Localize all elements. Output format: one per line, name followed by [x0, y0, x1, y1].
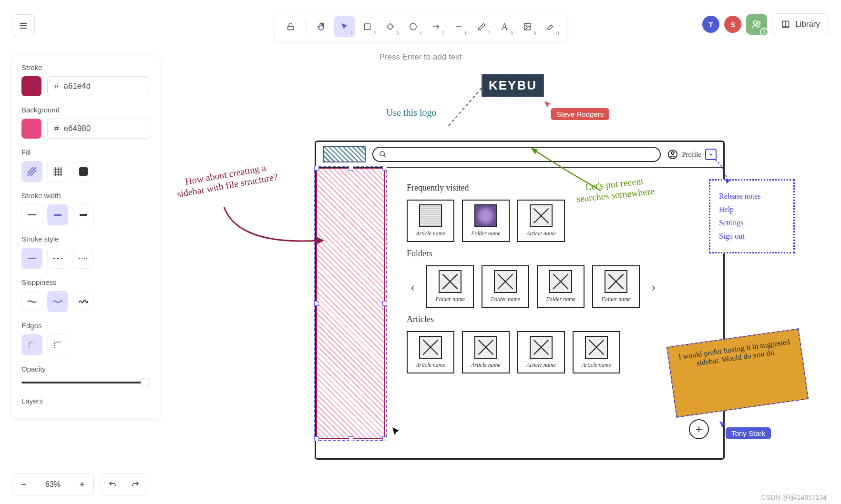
tool-shortcut: 8 — [511, 31, 513, 36]
redo-button[interactable] — [124, 474, 147, 495]
wireframe-search[interactable] — [372, 147, 661, 162]
svg-marker-28 — [531, 148, 538, 154]
stroke-thick[interactable] — [73, 204, 94, 225]
ellipse-tool[interactable]: 4 — [403, 16, 424, 37]
fill-cross[interactable] — [47, 161, 68, 182]
resize-handle[interactable] — [314, 436, 319, 441]
text-tool[interactable]: A8 — [494, 16, 515, 37]
resize-handle[interactable] — [314, 301, 319, 306]
edges-sharp[interactable] — [21, 334, 42, 355]
article-card[interactable]: Article name — [407, 331, 454, 373]
selection-tool[interactable]: 1 — [334, 16, 355, 37]
stroke-medium[interactable] — [47, 204, 68, 225]
eraser-tool[interactable]: 0 — [540, 16, 561, 37]
arrow-icon — [432, 22, 441, 31]
svg-point-26 — [671, 152, 674, 155]
profile-icon — [667, 149, 678, 160]
dropdown-item[interactable]: Release notes — [719, 192, 785, 201]
profile-dropdown[interactable]: Release notes Help Settings Sign out — [709, 179, 795, 253]
resize-handle[interactable] — [382, 436, 387, 441]
thumb — [530, 204, 553, 227]
background-swatch[interactable] — [21, 119, 41, 139]
wireframe-logo-placeholder[interactable] — [323, 146, 366, 162]
wave1-icon — [27, 299, 37, 304]
zoom-level[interactable]: 63% — [35, 474, 71, 495]
wireframe-profile[interactable]: Profile — [667, 149, 717, 160]
thin-icon — [28, 214, 36, 215]
resize-handle[interactable] — [314, 166, 319, 171]
collaborators-button[interactable]: 3 — [746, 14, 767, 35]
stroke-solid[interactable] — [21, 248, 42, 269]
annotation-sidebar-idea[interactable]: How about creating a sidebar with file s… — [171, 160, 282, 200]
image-tool[interactable]: 9 — [517, 16, 538, 37]
undo-button[interactable] — [101, 474, 124, 495]
stroke-thin[interactable] — [21, 204, 42, 225]
maroon-arrow — [219, 202, 329, 260]
resize-handle[interactable] — [349, 166, 353, 171]
slider-thumb[interactable] — [141, 378, 150, 387]
wireframe-window[interactable]: Profile Frequently visited Article name — [315, 141, 725, 460]
resize-handle[interactable] — [349, 436, 353, 441]
svg-point-10 — [754, 21, 757, 24]
rectangle-tool[interactable]: 2 — [357, 16, 378, 37]
stroke-hex-input[interactable]: #a61e4d — [47, 76, 150, 96]
tool-shortcut: 3 — [396, 31, 399, 36]
hash: # — [54, 81, 59, 91]
freq-card[interactable]: Folder name — [462, 200, 510, 242]
sloppy-artist[interactable] — [47, 291, 68, 312]
library-button[interactable]: Library — [772, 13, 829, 35]
background-hex-input[interactable]: #e64980 — [47, 119, 150, 139]
thick-icon — [80, 214, 87, 216]
arrow-tool[interactable]: 5 — [426, 16, 447, 37]
tool-shortcut: 7 — [488, 31, 491, 36]
stroke-dashed[interactable] — [47, 248, 68, 269]
article-card[interactable]: Article name — [573, 331, 620, 373]
opacity-slider[interactable] — [21, 378, 150, 387]
resize-handle[interactable] — [382, 301, 387, 306]
hand-tool[interactable] — [311, 16, 332, 37]
search-icon — [379, 151, 387, 158]
avatar-s[interactable]: S — [724, 16, 741, 33]
dropdown-item[interactable]: Settings — [719, 219, 785, 227]
nav-prev[interactable]: ‹ — [407, 279, 419, 294]
sloppy-cartoonist[interactable] — [73, 291, 94, 312]
main-menu-button[interactable] — [12, 14, 35, 37]
image-icon — [523, 22, 532, 31]
article-card[interactable]: Article name — [517, 331, 565, 373]
stroke-dotted[interactable] — [73, 248, 94, 269]
thumb — [419, 336, 442, 359]
tool-shortcut: 9 — [533, 31, 536, 36]
line-tool[interactable]: 6 — [449, 16, 470, 37]
add-button[interactable]: + — [689, 419, 709, 439]
folder-card[interactable]: Folder name — [426, 265, 474, 308]
pencil-tool[interactable]: 7 — [472, 16, 492, 37]
resize-handle[interactable] — [382, 166, 387, 171]
folder-card[interactable]: Folder name — [592, 265, 640, 308]
freq-card[interactable]: Article name — [407, 200, 454, 242]
text-icon: A — [501, 21, 508, 32]
canvas[interactable]: KEYBU Use this logo Steve Rodgers Profil… — [176, 74, 822, 475]
zoom-out-button[interactable]: − — [12, 474, 35, 495]
zoom-in-button[interactable]: + — [71, 474, 93, 495]
lock-tool[interactable] — [280, 16, 301, 37]
dropdown-item[interactable]: Help — [719, 205, 785, 214]
article-card[interactable]: Article name — [462, 331, 510, 373]
dropdown-item[interactable]: Sign out — [719, 232, 785, 241]
fill-hachure[interactable] — [21, 161, 42, 182]
layers-heading: Layers — [21, 397, 150, 405]
sloppy-architect[interactable] — [21, 291, 42, 312]
avatar-t[interactable]: T — [702, 16, 719, 33]
cursor-icon — [340, 22, 349, 31]
freq-card[interactable]: Article name — [517, 200, 565, 242]
diamond-tool[interactable]: 3 — [380, 16, 401, 37]
folder-card[interactable]: Folder name — [537, 265, 585, 308]
history-controls — [101, 474, 147, 495]
fill-solid[interactable] — [73, 161, 94, 182]
thumb — [549, 270, 572, 293]
annotation-use-logo[interactable]: Use this logo — [386, 107, 437, 118]
folder-card[interactable]: Folder name — [482, 265, 529, 308]
hand-icon — [317, 22, 327, 31]
edges-round[interactable] — [47, 334, 68, 355]
nav-next[interactable]: › — [647, 279, 659, 294]
stroke-swatch[interactable] — [21, 76, 41, 96]
